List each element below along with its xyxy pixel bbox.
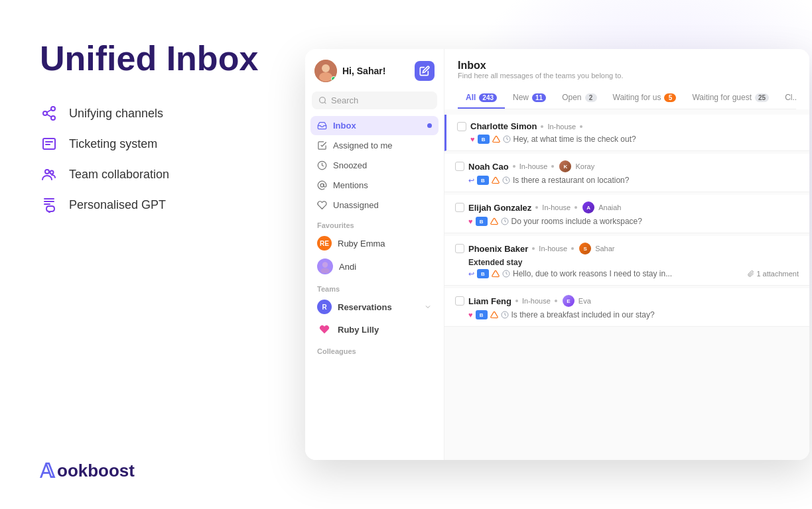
team-reservations[interactable]: R Reservations: [310, 296, 439, 318]
tab-open[interactable]: Open 2: [554, 87, 604, 109]
conv-dot2-charlotte: [580, 125, 582, 128]
conv-item-charlotte[interactable]: Charlotte Simon In-house ♥ B Hey, at wha…: [444, 115, 809, 151]
conv-msg-text-elijah: Do your rooms include a workspace?: [511, 217, 799, 226]
brand-name: ookboost: [57, 461, 135, 481]
conv-assignee-elijah: A: [582, 201, 594, 213]
inbox-title: Inbox: [458, 60, 796, 72]
search-bar[interactable]: Search: [312, 91, 437, 109]
conv-checkbox-noah[interactable]: [455, 162, 464, 171]
feature-gpt: Personalised GPT: [40, 196, 272, 214]
clock-icon-liam: [501, 311, 509, 319]
warning-icon-charlotte: [492, 135, 500, 143]
conv-dot-charlotte: [541, 125, 543, 128]
warning-icon-elijah: [490, 217, 498, 225]
team-reservations-icon: R: [317, 300, 332, 314]
conv-dot-liam: [515, 300, 518, 302]
search-placeholder: Search: [331, 95, 358, 105]
favourites-label: Favourites: [305, 215, 444, 232]
features-list: Unifying channels Ticketing system: [40, 104, 272, 214]
conv-status-phoenix: In-house: [539, 245, 567, 253]
nav-item-snoozed[interactable]: Snoozed: [310, 156, 439, 175]
heart-icon-elijah: ♥: [468, 217, 473, 225]
conv-checkbox-liam[interactable]: [455, 296, 464, 306]
avatar: [314, 60, 337, 82]
fav-ruby-emma-avatar: RE: [317, 236, 332, 251]
conv-msg-liam: ♥ B Is there a breakfast included in our…: [455, 310, 799, 319]
fav-andi[interactable]: Andi: [310, 254, 439, 278]
team-icon: [40, 165, 58, 184]
clock-icon-noah: [502, 176, 510, 184]
conv-status-elijah: In-house: [542, 203, 571, 211]
tabs-row: All 243 New 11 Open 2 Waiting for u: [458, 87, 796, 109]
teams-label: Teams: [305, 278, 444, 296]
ticket-icon: [40, 135, 58, 153]
tab-new[interactable]: New 11: [505, 87, 554, 109]
tab-closed[interactable]: Cl...: [777, 87, 796, 109]
conv-dot-noah: [513, 165, 515, 168]
compose-button[interactable]: [415, 61, 435, 81]
tab-waiting-us-badge: 5: [664, 93, 676, 102]
nav-item-unassigned[interactable]: Unassigned: [310, 196, 439, 215]
conv-assignee-phoenix: S: [579, 243, 591, 254]
attachment-tag-phoenix: 1 attachment: [748, 270, 799, 278]
channel-badge-noah: B: [477, 176, 489, 185]
conv-item-noah[interactable]: Noah Cao In-house K Koray ↩ B: [444, 154, 809, 192]
heart-icon-liam: ♥: [468, 311, 473, 319]
tab-waiting-us-label: Waiting for us: [613, 93, 661, 102]
conv-top-charlotte: Charlotte Simon In-house: [457, 121, 799, 131]
conv-assignee-name-liam: Eva: [578, 297, 591, 305]
conv-item-elijah[interactable]: Elijah Gonzalez In-house A Anaiah ♥ B: [444, 195, 809, 233]
team-reservations-label: Reservations: [338, 302, 392, 312]
feature-channels: Unifying channels: [40, 104, 272, 123]
conv-assignee-liam: E: [563, 295, 575, 307]
fav-ruby-emma[interactable]: RE Ruby Emma: [310, 232, 439, 254]
avatar-online-dot: [331, 76, 336, 82]
inbox-subtitle: Find here all messages of the teams you …: [458, 72, 796, 80]
conv-dot2-elijah: [575, 206, 577, 209]
svg-point-12: [319, 72, 332, 82]
tab-all[interactable]: All 243: [458, 87, 505, 109]
nav-item-inbox[interactable]: Inbox: [310, 116, 439, 135]
chevron-down-icon: [424, 303, 432, 311]
conv-status-noah: In-house: [519, 162, 548, 170]
reply-icon-phoenix: ↩: [468, 270, 474, 278]
conv-status-charlotte: In-house: [547, 123, 576, 131]
conv-top-noah: Noah Cao In-house K Koray: [455, 160, 799, 172]
inbox-header: Inbox Find here all messages of the team…: [444, 49, 809, 109]
clock-icon-charlotte: [503, 135, 511, 143]
conv-checkbox-charlotte[interactable]: [457, 122, 466, 131]
reply-icon-noah: ↩: [468, 176, 474, 185]
conv-checkbox-phoenix[interactable]: [455, 244, 464, 253]
tab-open-label: Open: [562, 93, 581, 102]
nav-item-mentions[interactable]: Mentions: [310, 176, 439, 195]
conv-name-elijah: Elijah Gonzalez: [468, 203, 531, 213]
conv-checkbox-elijah[interactable]: [455, 203, 464, 212]
paperclip-icon: [748, 270, 754, 277]
warning-icon-liam: [490, 311, 498, 319]
brand-icon: 𝔸: [40, 459, 54, 482]
feature-channels-label: Unifying channels: [69, 107, 163, 121]
tab-all-label: All: [466, 93, 476, 102]
conv-name-noah: Noah Cao: [468, 162, 509, 172]
conv-name-liam: Liam Feng: [468, 296, 511, 306]
warning-icon-noah: [492, 176, 500, 184]
feature-team-label: Team collaboration: [69, 168, 169, 182]
conv-msg-noah: ↩ B Is there a restaurant on location?: [455, 176, 799, 185]
attachment-count-phoenix: 1 attachment: [756, 270, 799, 278]
channel-badge-liam: B: [476, 310, 488, 319]
nav-item-assigned[interactable]: Assigned to me: [310, 136, 439, 155]
nav-unassigned-label: Unassigned: [333, 200, 379, 210]
tab-waiting-guest[interactable]: Waiting for guest 25: [684, 87, 777, 109]
conversation-list: Charlotte Simon In-house ♥ B Hey, at wha…: [444, 109, 809, 460]
team-ruby-lilly[interactable]: Ruby Lilly: [310, 318, 439, 341]
app-sidebar: Hi, Sahar! Search: [305, 49, 444, 460]
feature-team: Team collaboration: [40, 165, 272, 184]
tab-waiting-us[interactable]: Waiting for us 5: [605, 87, 685, 109]
svg-point-11: [322, 64, 330, 72]
conv-item-phoenix[interactable]: Phoenix Baker In-house S Sahar Extended …: [444, 236, 809, 286]
conv-dot2-noah: [551, 165, 554, 168]
conv-item-liam[interactable]: Liam Feng In-house E Eva ♥ B I: [444, 288, 809, 327]
fav-andi-avatar: [317, 258, 333, 274]
conv-dot2-liam: [555, 300, 557, 302]
clock-icon-phoenix: [502, 270, 510, 278]
